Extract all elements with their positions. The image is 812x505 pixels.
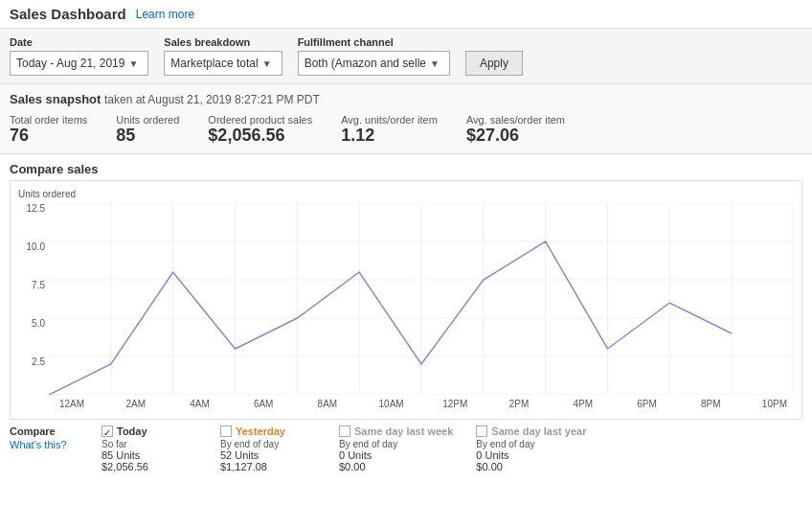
metric-label-0: Total order items — [10, 114, 87, 126]
x-label-12am: 12AM — [53, 399, 91, 409]
metric-value-4: $27.06 — [466, 126, 565, 146]
x-label-8pm: 8PM — [691, 399, 730, 409]
fulfillment-arrow-icon: ▼ — [430, 58, 440, 69]
page-title: Sales Dashboard — [10, 6, 126, 22]
legend-label-same-year: Same day last year — [491, 425, 586, 437]
fulfillment-label: Fulfillment channel — [298, 36, 450, 48]
compare-label: Compare — [10, 425, 86, 437]
legend-label-same-week: Same day last week — [354, 425, 453, 437]
x-label-2pm: 2PM — [500, 399, 538, 409]
y-tick-100: 10.0 — [18, 241, 45, 252]
x-label-12pm: 12PM — [436, 399, 474, 409]
legend-sub-same-week: By end of day — [339, 439, 453, 449]
sales-breakdown-select[interactable]: Marketplace total ▼ — [164, 51, 282, 76]
metric-value-1: 85 — [116, 126, 179, 146]
metric-label-2: Ordered product sales — [208, 114, 312, 126]
metric-value-0: 76 — [10, 126, 87, 146]
legend-item-same-year: Same day last year By end of day 0 Units… — [476, 425, 586, 472]
date-label: Date — [10, 36, 148, 48]
legend-label-today: Today — [117, 425, 147, 437]
legend-header-same-week: Same day last week — [339, 425, 453, 437]
legend-sub-today: So far — [102, 439, 197, 449]
compare-section: Compare sales Units ordered 12.5 10.0 7.… — [0, 154, 812, 480]
line-chart — [49, 203, 794, 395]
legend-sub-yesterday: By end of day — [220, 439, 316, 449]
legend-units-today: 85 Units — [102, 449, 197, 461]
learn-more-link[interactable]: Learn more — [136, 8, 194, 21]
metric-4: Avg. sales/order item $27.06 — [466, 114, 565, 146]
metric-value-3: 1.12 — [341, 126, 438, 146]
legend-checkbox-same-year[interactable] — [476, 425, 487, 437]
date-value: Today - Aug 21, 2019 — [16, 57, 124, 70]
metric-2: Ordered product sales $2,056.56 — [208, 114, 312, 146]
legend-label-yesterday: Yesterday — [236, 425, 285, 437]
y-tick-25: 2.5 — [18, 356, 45, 367]
legend-checkbox-today[interactable]: ✓ — [102, 425, 113, 437]
metric-0: Total order items 76 — [10, 114, 87, 146]
legend-checkbox-same-week[interactable] — [339, 425, 350, 437]
apply-button[interactable]: Apply — [465, 51, 523, 76]
x-label-10pm: 10PM — [756, 399, 794, 409]
legend-item-today: ✓ Today So far 85 Units $2,056.56 — [102, 425, 197, 472]
legend-header-same-year: Same day last year — [476, 425, 586, 437]
x-label-6pm: 6PM — [627, 399, 665, 409]
legend-units-same-week: 0 Units — [339, 449, 453, 461]
legend-item-same-week: Same day last week By end of day 0 Units… — [339, 425, 453, 472]
legend-checkbox-yesterday[interactable] — [220, 425, 232, 437]
date-select[interactable]: Today - Aug 21, 2019 ▼ — [10, 51, 148, 76]
legend-sub-same-year: By end of day — [476, 439, 586, 449]
whats-this-link[interactable]: What's this? — [10, 439, 86, 450]
legend-units-yesterday: 52 Units — [220, 449, 316, 461]
legend-sales-same-week: $0.00 — [339, 461, 453, 472]
sales-breakdown-label: Sales breakdown — [164, 36, 282, 48]
compare-title: Compare sales — [10, 162, 802, 176]
metric-label-4: Avg. sales/order item — [466, 114, 565, 126]
y-tick-75: 7.5 — [18, 280, 45, 290]
compare-legend: Compare What's this? ✓ Today So far 85 U… — [10, 425, 802, 472]
fulfillment-filter-group: Fulfillment channel Both (Amazon and sel… — [298, 36, 450, 76]
x-label-4pm: 4PM — [564, 399, 602, 409]
sales-breakdown-arrow-icon: ▼ — [262, 58, 272, 69]
top-bar: Sales Dashboard Learn more — [0, 0, 812, 29]
x-label-2am: 2AM — [117, 399, 155, 409]
metric-1: Units ordered 85 — [116, 114, 179, 146]
snapshot-metrics: Total order items 76 Units ordered 85 Or… — [10, 114, 802, 146]
y-axis-label: Units ordered — [18, 189, 794, 199]
metric-label-3: Avg. units/order item — [341, 114, 438, 126]
chart-area: Units ordered 12.5 10.0 7.5 5.0 2.5 — [10, 180, 802, 420]
metric-value-2: $2,056.56 — [208, 126, 312, 146]
y-tick-50: 5.0 — [18, 318, 45, 329]
snapshot-timestamp: taken at August 21, 2019 8:27:21 PM PDT — [104, 93, 320, 106]
legend-sales-today: $2,056.56 — [102, 461, 197, 472]
legend-header-yesterday: Yesterday — [220, 425, 316, 437]
x-label-10am: 10AM — [372, 399, 411, 409]
legend-sales-yesterday: $1,127.08 — [220, 461, 316, 472]
date-arrow-icon: ▼ — [128, 58, 138, 69]
x-label-6am: 6AM — [244, 399, 282, 409]
x-label-4am: 4AM — [180, 399, 218, 409]
sales-breakdown-filter-group: Sales breakdown Marketplace total ▼ — [164, 36, 282, 76]
legend-units-same-year: 0 Units — [476, 449, 586, 461]
legend-header-today: ✓ Today — [102, 425, 197, 437]
legend-sales-same-year: $0.00 — [476, 461, 586, 472]
sales-breakdown-value: Marketplace total — [170, 57, 258, 70]
snapshot-header: Sales snapshot taken at August 21, 2019 … — [10, 92, 802, 106]
date-filter-group: Date Today - Aug 21, 2019 ▼ — [10, 36, 148, 76]
snapshot-section: Sales snapshot taken at August 21, 2019 … — [0, 84, 812, 154]
snapshot-title: Sales snapshot — [10, 92, 101, 106]
filters-bar: Date Today - Aug 21, 2019 ▼ Sales breakd… — [0, 29, 812, 84]
x-label-8am: 8AM — [308, 399, 347, 409]
metric-3: Avg. units/order item 1.12 — [341, 114, 438, 146]
x-axis: 12AM 2AM 4AM 6AM 8AM 10AM 12PM 2PM 4PM 6… — [53, 397, 794, 411]
fulfillment-select[interactable]: Both (Amazon and selle ▼ — [298, 51, 450, 76]
y-tick-125: 12.5 — [18, 203, 45, 214]
fulfillment-value: Both (Amazon and selle — [304, 57, 426, 70]
legend-item-yesterday: Yesterday By end of day 52 Units $1,127.… — [220, 425, 316, 472]
metric-label-1: Units ordered — [116, 114, 179, 126]
